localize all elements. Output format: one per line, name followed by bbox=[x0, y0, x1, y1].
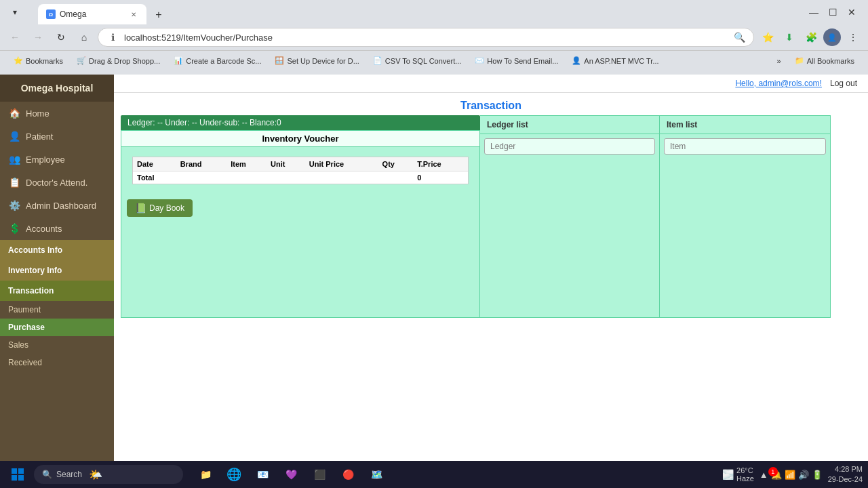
bookmarks-bar: ⭐ Bookmarks 🛒 Drag & Drop Shopp... 📊 Cre… bbox=[0, 50, 868, 70]
book-icon: 📗 bbox=[135, 203, 146, 214]
notification-area[interactable]: 🔔 1 bbox=[771, 470, 782, 480]
tab-close-btn[interactable]: ✕ bbox=[129, 9, 138, 19]
more-bookmarks-btn[interactable]: » bbox=[772, 56, 787, 66]
maximize-btn[interactable]: ☐ bbox=[827, 7, 838, 18]
reload-btn[interactable]: ↻ bbox=[52, 28, 71, 47]
taskbar: 🔍 Search 🌤️ 📁 🌐 📧 💜 ⬛ 🔴 🗺️ 🌫️ 2 bbox=[0, 461, 868, 488]
back-btn[interactable]: ← bbox=[5, 28, 24, 47]
window-controls: — ☐ ✕ bbox=[808, 7, 863, 18]
chrome-icon: 🔴 bbox=[340, 467, 355, 482]
search-icon[interactable]: 🔍 bbox=[733, 31, 745, 43]
extensions-btn[interactable]: 🧩 bbox=[802, 28, 821, 47]
menu-btn[interactable]: ⋮ bbox=[844, 28, 863, 47]
app-container: Omega Hospital 🏠 Home 👤 Patient 👥 Employ… bbox=[0, 75, 868, 488]
total-item bbox=[226, 171, 267, 184]
weather-widget[interactable]: 🌫️ 26°C Haze bbox=[722, 466, 754, 483]
sidebar-section-inventory-info[interactable]: Inventory Info bbox=[0, 260, 114, 281]
sidebar-sub-received[interactable]: Received bbox=[0, 354, 114, 371]
bookmark-email[interactable]: ✉️ How To Send Email... bbox=[469, 55, 564, 67]
address-text: localhost:5219/ItemVoucher/Purchase bbox=[124, 33, 728, 43]
taskbar-vs[interactable]: 💜 bbox=[278, 462, 304, 487]
bookmark-label: Set Up Device for D... bbox=[287, 57, 359, 65]
taskbar-edge[interactable]: 🌐 bbox=[221, 462, 247, 487]
close-btn[interactable]: ✕ bbox=[846, 7, 857, 18]
bookmark-csv[interactable]: 📄 CSV To SQL Convert... bbox=[368, 55, 467, 67]
windows-icon: 🪟 bbox=[275, 56, 284, 66]
new-tab-btn[interactable]: + bbox=[149, 5, 168, 24]
tab-overflow-btn[interactable]: ▾ bbox=[5, 3, 24, 22]
sidebar-section-transaction[interactable]: Transaction bbox=[0, 281, 114, 301]
taskbar-file-explorer[interactable]: 📁 bbox=[193, 462, 218, 487]
taskbar-clock[interactable]: 4:28 PM 29-Dec-24 bbox=[828, 464, 863, 485]
accounts-icon: 💲 bbox=[8, 222, 20, 235]
bookmark-star-btn[interactable]: ⭐ bbox=[758, 28, 777, 47]
chevron-up-icon[interactable]: ▲ bbox=[760, 470, 768, 480]
taskbar-outlook[interactable]: 📧 bbox=[250, 462, 275, 487]
transaction-layout: Ledger: -- Under: -- Under-sub: -- Blanc… bbox=[114, 115, 868, 325]
taskbar-apps: 📁 🌐 📧 💜 ⬛ 🔴 🗺️ bbox=[187, 462, 718, 487]
bookmark-bookmarks[interactable]: ⭐ Bookmarks bbox=[8, 55, 68, 67]
sidebar-sub-sales[interactable]: Sales bbox=[0, 336, 114, 354]
download-btn[interactable]: ⬇ bbox=[780, 28, 799, 47]
sidebar-sub-purchase[interactable]: Purchase bbox=[0, 319, 114, 336]
ledger-list-header: Ledger list bbox=[480, 116, 659, 134]
active-tab[interactable]: Ω Omega ✕ bbox=[38, 4, 146, 24]
star-icon: ⭐ bbox=[14, 56, 23, 66]
total-brand bbox=[176, 171, 226, 184]
all-bookmarks-label: All Bookmarks bbox=[807, 57, 854, 65]
bookmark-barcode[interactable]: 📊 Create a Barcode Sc... bbox=[168, 55, 267, 67]
voucher-header: Ledger: -- Under: -- Under-sub: -- Blanc… bbox=[121, 115, 480, 130]
clock-date: 29-Dec-24 bbox=[828, 474, 863, 485]
voucher-remaining-space bbox=[121, 222, 479, 317]
title-bar: ▾ Ω Omega ✕ + — ☐ ✕ bbox=[0, 0, 868, 24]
vs-icon: 💜 bbox=[283, 467, 298, 482]
bookmark-device[interactable]: 🪟 Set Up Device for D... bbox=[269, 55, 364, 67]
forward-btn[interactable]: → bbox=[28, 28, 47, 47]
barcode-icon: 📊 bbox=[174, 56, 183, 66]
sidebar-item-admin[interactable]: ⚙️ Admin Dashboard bbox=[0, 194, 114, 217]
address-bar[interactable]: ℹ localhost:5219/ItemVoucher/Purchase 🔍 bbox=[98, 28, 754, 47]
tab-bar: Ω Omega ✕ + bbox=[33, 0, 420, 24]
sidebar-item-patient[interactable]: 👤 Patient bbox=[0, 125, 114, 148]
start-btn[interactable] bbox=[5, 464, 30, 485]
home-btn[interactable]: ⌂ bbox=[75, 28, 94, 47]
address-bar-row: ← → ↻ ⌂ ℹ localhost:5219/ItemVoucher/Pur… bbox=[0, 24, 868, 50]
hello-link[interactable]: Hello, admin@rols.com! bbox=[735, 79, 822, 88]
sidebar-section-accounts-info[interactable]: Accounts Info bbox=[0, 240, 114, 260]
voucher-table-area: Date Brand Item Unit Unit Price Qty T.Pr… bbox=[132, 157, 469, 184]
taskbar-search-box[interactable]: 🔍 Search 🌤️ bbox=[34, 465, 183, 484]
doctors-icon: 📋 bbox=[8, 176, 20, 188]
taskbar-terminal[interactable]: ⬛ bbox=[307, 462, 332, 487]
sidebar-item-accounts[interactable]: 💲 Accounts bbox=[0, 217, 114, 240]
ledger-search-input[interactable] bbox=[484, 138, 655, 155]
col-brand: Brand bbox=[176, 157, 226, 171]
voucher-table: Date Brand Item Unit Unit Price Qty T.Pr… bbox=[133, 157, 468, 184]
day-book-label: Day Book bbox=[149, 203, 184, 213]
bookmark-aspnet[interactable]: 👤 An ASP.NET MVC Tr... bbox=[566, 55, 664, 67]
bookmark-label: How To Send Email... bbox=[487, 57, 558, 65]
voucher-section: Ledger: -- Under: -- Under-sub: -- Blanc… bbox=[121, 115, 480, 318]
admin-icon: ⚙️ bbox=[8, 199, 20, 211]
profile-btn[interactable]: 👤 bbox=[823, 28, 841, 46]
bookmark-drag-drop[interactable]: 🛒 Drag & Drop Shopp... bbox=[71, 55, 165, 67]
user-icon: 👤 bbox=[572, 56, 581, 66]
sidebar-label-admin: Admin Dashboard bbox=[26, 201, 96, 211]
taskbar-chrome[interactable]: 🔴 bbox=[335, 462, 361, 487]
search-icon-taskbar: 🔍 bbox=[42, 470, 52, 479]
sidebar-item-employee[interactable]: 👥 Employee bbox=[0, 148, 114, 171]
day-book-btn[interactable]: 📗 Day Book bbox=[127, 199, 193, 217]
volume-icon[interactable]: 🔊 bbox=[798, 470, 809, 480]
logout-btn[interactable]: Log out bbox=[830, 79, 857, 88]
sidebar-sub-paument[interactable]: Paument bbox=[0, 301, 114, 319]
outlook-icon: 📧 bbox=[255, 467, 270, 482]
bing-icon: 🌤️ bbox=[89, 468, 102, 481]
item-search-input[interactable] bbox=[664, 138, 826, 155]
sidebar: Omega Hospital 🏠 Home 👤 Patient 👥 Employ… bbox=[0, 75, 114, 488]
sidebar-item-doctors[interactable]: 📋 Doctor's Attend. bbox=[0, 171, 114, 194]
col-date: Date bbox=[133, 157, 176, 171]
minimize-btn[interactable]: — bbox=[808, 7, 819, 18]
taskbar-maps[interactable]: 🗺️ bbox=[363, 462, 389, 487]
sidebar-item-home[interactable]: 🏠 Home bbox=[0, 102, 114, 125]
all-bookmarks-btn[interactable]: 📁 All Bookmarks bbox=[789, 55, 860, 67]
weather-desc: Haze bbox=[736, 474, 754, 483]
